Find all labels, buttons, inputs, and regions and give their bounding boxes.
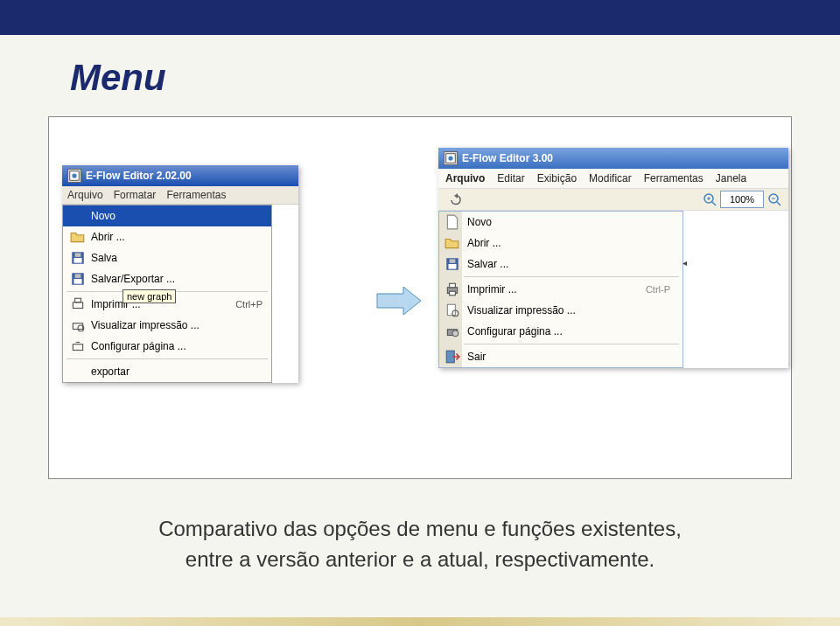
menu-item-imprimir[interactable]: Imprimir ... Ctrl-P [439, 279, 682, 300]
svg-rect-9 [75, 298, 81, 303]
app-icon [444, 151, 458, 165]
menu-editar[interactable]: Editar [497, 172, 524, 184]
menu-label-novo: Novo [91, 210, 116, 222]
svg-rect-8 [73, 303, 82, 309]
menu-ferramentas[interactable]: Ferramentas [166, 189, 226, 201]
menu-item-novo[interactable]: Novo [63, 205, 271, 226]
dropdown-menu-new: ◂ Novo Abrir ... Sal [438, 211, 683, 368]
menu-separator [464, 344, 679, 344]
folder-open-icon [444, 236, 460, 250]
menu-item-sair[interactable]: Sair [439, 346, 682, 367]
app-window-old: E-Flow Editor 2.02.00 Arquivo Formatar F… [62, 165, 298, 383]
svg-line-16 [712, 202, 716, 205]
menu-item-salvar[interactable]: Salvar ... [439, 254, 682, 275]
save-icon [70, 251, 86, 265]
svg-rect-24 [450, 259, 456, 263]
arrow-right-icon [373, 283, 425, 318]
menu-item-configurar[interactable]: Configurar página ... [63, 336, 271, 357]
menu-item-exportar[interactable]: exportar [63, 361, 271, 382]
menu-item-visualizar[interactable]: Visualizar impressão ... [439, 300, 682, 321]
exit-icon [444, 350, 460, 364]
menu-label-salvar: Salvar ... [467, 258, 508, 270]
slide-footer-bar [0, 617, 840, 626]
menu-label-novo: Novo [467, 216, 492, 228]
menu-label-configurar: Configurar página ... [91, 340, 186, 352]
titlebar-new: E-Flow Editor 3.00 [438, 148, 788, 169]
menu-shortcut: Ctrl+P [235, 299, 262, 310]
menu-item-abrir[interactable]: Abrir ... [439, 233, 682, 254]
blank-icon [70, 209, 86, 223]
menu-label-configurar: Configurar página ... [467, 325, 563, 337]
menu-label-abrir: Abrir ... [467, 237, 501, 249]
page-setup-icon [444, 324, 460, 338]
handle-marker-icon: ◂ [682, 258, 687, 268]
menu-label-salvar-exportar: Salvar/Exportar ... [91, 273, 175, 285]
menu-label-visualizar: Visualizar impressão ... [91, 319, 200, 331]
menu-label-visualizar: Visualizar impressão ... [467, 304, 576, 316]
app-window-new: E-Flow Editor 3.00 Arquivo Editar Exibiç… [438, 148, 788, 368]
menu-label-salvar: Salva [91, 252, 117, 264]
page-setup-icon [70, 339, 86, 353]
menubar-old[interactable]: Arquivo Formatar Ferramentas [62, 186, 298, 205]
svg-rect-6 [74, 279, 82, 284]
menu-label-sair: Sair [467, 351, 486, 363]
menu-shortcut: Ctrl-P [646, 284, 670, 295]
app-title-old: E-Flow Editor 2.02.00 [86, 170, 192, 182]
zoom-in-icon[interactable] [703, 192, 717, 206]
titlebar-old: E-Flow Editor 2.02.00 [62, 165, 298, 186]
tooltip-new-graph: new graph [122, 289, 176, 303]
menu-janela[interactable]: Janela [716, 172, 746, 184]
svg-rect-26 [450, 283, 456, 288]
app-title-new: E-Flow Editor 3.00 [462, 152, 553, 164]
printer-icon [444, 282, 460, 296]
menubar-new[interactable]: Arquivo Editar Exibição Modificar Ferram… [438, 169, 788, 188]
menu-label-abrir: Abrir ... [91, 231, 125, 243]
menu-separator [66, 358, 268, 359]
save-icon [70, 272, 86, 286]
svg-rect-23 [449, 264, 457, 269]
print-preview-icon [444, 303, 460, 317]
svg-rect-7 [75, 274, 81, 278]
menu-item-salvar-exportar[interactable]: Salvar/Exportar ... [63, 268, 271, 289]
menu-exibicao[interactable]: Exibição [537, 172, 577, 184]
comparison-container: E-Flow Editor 2.02.00 Arquivo Formatar F… [48, 116, 792, 479]
svg-point-14 [448, 156, 452, 160]
menu-item-visualizar[interactable]: Visualizar impressão ... [63, 315, 271, 336]
zoom-out-icon[interactable] [767, 192, 781, 206]
menu-arquivo[interactable]: Arquivo [445, 172, 485, 184]
svg-rect-27 [450, 291, 456, 296]
menu-label-exportar: exportar [91, 365, 130, 378]
svg-rect-3 [74, 258, 82, 263]
menu-arquivo[interactable]: Arquivo [67, 189, 103, 201]
save-icon [444, 257, 460, 271]
zoom-level-input[interactable]: 100% [720, 191, 764, 208]
printer-icon [70, 297, 86, 311]
dropdown-menu-old: Novo Abrir ... Salva new graph [62, 205, 272, 383]
svg-point-31 [452, 330, 458, 337]
blank-icon [70, 365, 86, 379]
menu-modificar[interactable]: Modificar [589, 172, 632, 184]
new-document-icon [444, 215, 460, 229]
svg-line-20 [777, 202, 780, 205]
menu-formatar[interactable]: Formatar [114, 189, 157, 201]
slide-caption: Comparativo das opções de menu e funções… [48, 514, 792, 575]
folder-open-icon [70, 230, 86, 244]
app-icon [67, 169, 81, 183]
slide-header-bar [0, 0, 840, 35]
menu-item-configurar[interactable]: Configurar página ... [439, 321, 682, 342]
menu-item-novo[interactable]: Novo [439, 212, 682, 233]
svg-rect-12 [73, 344, 82, 351]
svg-point-1 [72, 173, 76, 177]
slide-title: Menu [70, 57, 792, 99]
menu-item-salvar[interactable]: Salva new graph [63, 247, 271, 268]
menu-separator [464, 276, 679, 277]
svg-rect-28 [447, 304, 455, 315]
menu-ferramentas[interactable]: Ferramentas [644, 172, 704, 184]
menu-item-abrir[interactable]: Abrir ... [63, 226, 271, 247]
toolbar-new: 100% [438, 188, 788, 211]
print-preview-icon [70, 318, 86, 332]
menu-label-imprimir: Imprimir ... [467, 283, 517, 296]
undo-icon[interactable] [449, 192, 463, 206]
svg-rect-4 [75, 253, 81, 257]
